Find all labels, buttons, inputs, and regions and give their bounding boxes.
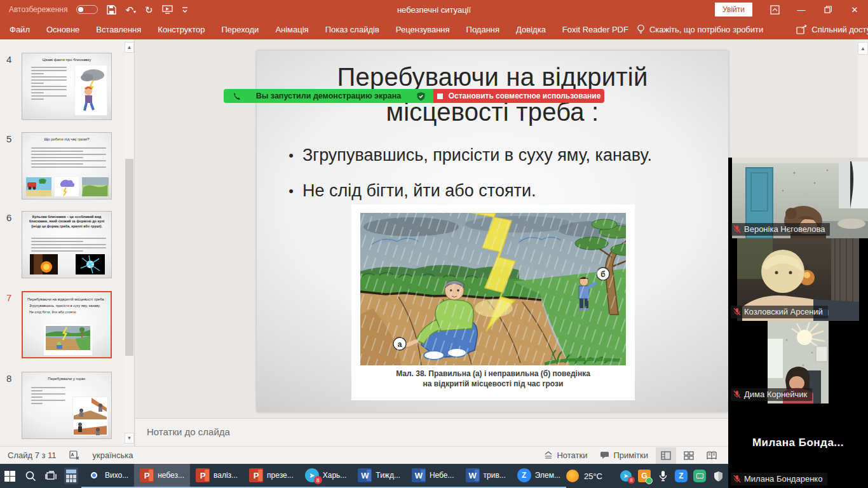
weather-widget[interactable]: 25°C (566, 470, 602, 482)
slide-number: 4 (6, 54, 11, 65)
tab-insert[interactable]: Вставлення (88, 19, 149, 39)
mic-muted-icon (733, 390, 741, 398)
tell-me-label: Скажіть, що потрібно зробити (649, 25, 763, 34)
calculator-icon[interactable] (61, 464, 81, 488)
autosave-toggle[interactable] (76, 5, 98, 14)
scrollbar-thumb[interactable] (125, 159, 133, 356)
tray-microphone-icon[interactable] (656, 470, 669, 482)
tray-defender-icon[interactable] (712, 470, 724, 482)
ribbon-display-options-icon[interactable] (761, 0, 788, 19)
share-label: Спільний доступ (811, 25, 868, 34)
restore-button[interactable] (815, 0, 841, 19)
tab-help[interactable]: Довідка (508, 19, 554, 39)
participant-name-label: Козловский Арсений (731, 306, 828, 318)
screenshare-status-text: Вы запустили демонстрацию экрана (241, 92, 416, 100)
notification-badge: 8 (314, 476, 322, 484)
search-icon[interactable] (20, 464, 41, 488)
tab-file[interactable]: Файл (0, 19, 38, 39)
zoom-participants-panel[interactable]: Вероніка Нєговелова Козловский Арсений (728, 158, 868, 488)
participant-tile-3[interactable]: Дима Корнейчик (728, 321, 868, 403)
scroll-up-icon[interactable]: ▲ (125, 42, 134, 53)
tab-foxit[interactable]: Foxit Reader PDF (554, 19, 637, 39)
tab-slideshow[interactable]: Показ слайдів (317, 19, 388, 39)
notes-toggle[interactable]: Нотатки (539, 447, 592, 464)
quick-access-toolbar: Автозбереження ↶▾ ↻ (0, 5, 188, 15)
storm-illustration: а б (360, 213, 626, 365)
tray-zoom-icon[interactable]: Z (675, 470, 688, 482)
thumb-images-row (26, 177, 109, 196)
slide-7[interactable]: Перебуваючи на відкритій місцевості треб… (257, 51, 728, 412)
thumb-title: Що робити під час грози? (22, 133, 111, 141)
taskbar-app-word-1[interactable]: W Тижд... (352, 464, 406, 488)
thumb-bullet: Не слід бігти, йти або стояти. (29, 310, 105, 315)
powerpoint-icon: P (249, 468, 263, 482)
taskbar-app-powerpoint-active[interactable]: P небез... (134, 464, 190, 488)
stop-sharing-button[interactable]: Остановить совместное использование (433, 89, 604, 103)
tell-me-box[interactable]: Скажіть, що потрібно зробити (637, 24, 763, 34)
participant-tile-2[interactable]: Козловский Арсений (728, 238, 868, 321)
tab-animations[interactable]: Анімація (267, 19, 316, 39)
shield-check-icon (416, 92, 426, 101)
toggle-knob (78, 7, 83, 12)
taskbar-app-word-3[interactable]: W трив... (460, 464, 512, 488)
close-button[interactable]: ✕ (841, 0, 868, 19)
minimize-button[interactable]: — (788, 0, 815, 19)
tab-view[interactable]: Подання (458, 19, 508, 39)
powerpoint-icon: P (140, 468, 154, 482)
tab-transitions[interactable]: Переходи (213, 19, 267, 39)
taskbar-app-powerpoint-2[interactable]: P валіз... (190, 464, 243, 488)
slide-number: 7 (6, 292, 11, 303)
participant-tile-4[interactable]: Милана Бонда... Милана Бондаренко (728, 403, 868, 488)
thumb-image-plasma (76, 254, 105, 274)
redo-icon[interactable]: ↻ (145, 5, 153, 15)
task-view-icon[interactable] (41, 464, 61, 488)
slide-number: 8 (6, 373, 11, 384)
reading-view-button[interactable] (702, 447, 722, 464)
participant-tile-1[interactable]: Вероніка Нєговелова (728, 158, 868, 238)
taskbar-app-chrome[interactable]: Вихо... (81, 464, 134, 488)
thumb-title: Кульова блискавка – це особливий вид бли… (22, 212, 111, 229)
share-button[interactable]: Спільний доступ (796, 25, 868, 34)
notes-icon (544, 451, 553, 459)
thumbnail-scrollbar[interactable]: ▲ ▼ (125, 41, 134, 445)
powerpoint-icon: P (196, 468, 210, 482)
thumb-image-fireball (30, 254, 58, 274)
start-button[interactable] (0, 464, 20, 488)
scroll-up-icon[interactable]: ▲ (858, 42, 868, 55)
scroll-down-icon[interactable]: ▼ (125, 433, 134, 444)
taskbar-app-powerpoint-3[interactable]: P презе... (243, 464, 299, 488)
language-indicator[interactable]: українська (93, 451, 133, 460)
sign-in-button[interactable]: Увійти (715, 3, 752, 17)
normal-view-button[interactable] (656, 447, 676, 464)
taskbar-app-zoom[interactable]: Z Элем... (512, 464, 566, 488)
bullet-text: Згрупувавшись, присісти в суху яму, кана… (302, 145, 652, 166)
start-slideshow-icon[interactable] (162, 5, 173, 14)
bullet-text: Не слід бігти, йти або стояти. (302, 180, 536, 202)
save-icon[interactable] (107, 5, 116, 15)
taskbar-app-word-2[interactable]: W Небе... (406, 464, 460, 488)
tab-design[interactable]: Конструктор (149, 19, 213, 39)
thumb-image-mountains (72, 396, 108, 436)
spellcheck-icon[interactable] (69, 451, 80, 460)
tab-home[interactable]: Основне (38, 19, 88, 39)
autosave-label: Автозбереження (9, 5, 67, 14)
slide-number: 6 (6, 212, 11, 223)
undo-icon[interactable]: ↶▾ (125, 5, 136, 15)
taskbar-app-telegram[interactable]: ➤8 Харь... (299, 464, 353, 488)
slide-number: 5 (6, 133, 11, 144)
customize-qat-icon[interactable] (182, 6, 188, 13)
thumb-image-lightning-boy (74, 65, 107, 116)
comments-toggle[interactable]: Примітки (595, 447, 653, 464)
tray-telegram-icon[interactable]: ➤ 8 (620, 470, 632, 482)
mic-muted-icon (733, 308, 741, 316)
participant-display-name: Милана Бонда... (728, 437, 868, 449)
tab-review[interactable]: Рецензування (388, 19, 458, 39)
slide-figure[interactable]: а б Мал. 38. Правильна (а) і неправильна… (351, 205, 635, 400)
ribbon-tab-strip: Файл Основне Вставлення Конструктор Пере… (0, 19, 868, 39)
tray-screenshare-icon[interactable] (693, 470, 706, 482)
share-icon (796, 25, 807, 34)
bullet-dot: • (280, 180, 302, 202)
tray-gdict-icon[interactable]: G (638, 470, 651, 482)
slide-sorter-view-button[interactable] (679, 447, 699, 464)
participant-name-label: Дима Корнейчик (731, 388, 812, 401)
